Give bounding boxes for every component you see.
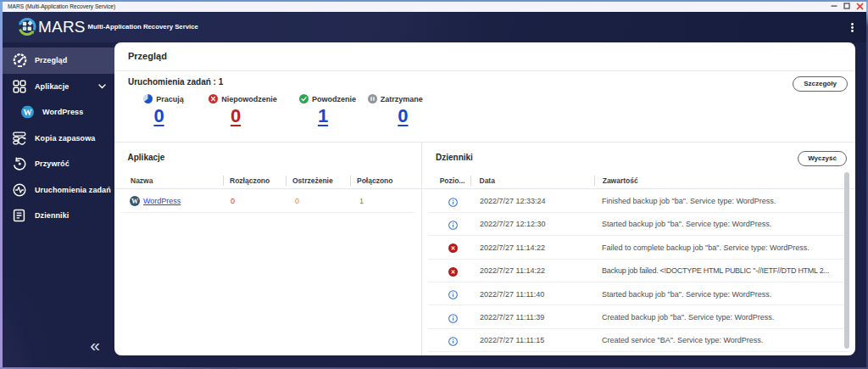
svg-text:W: W bbox=[23, 108, 32, 117]
svg-text:W: W bbox=[131, 197, 138, 204]
